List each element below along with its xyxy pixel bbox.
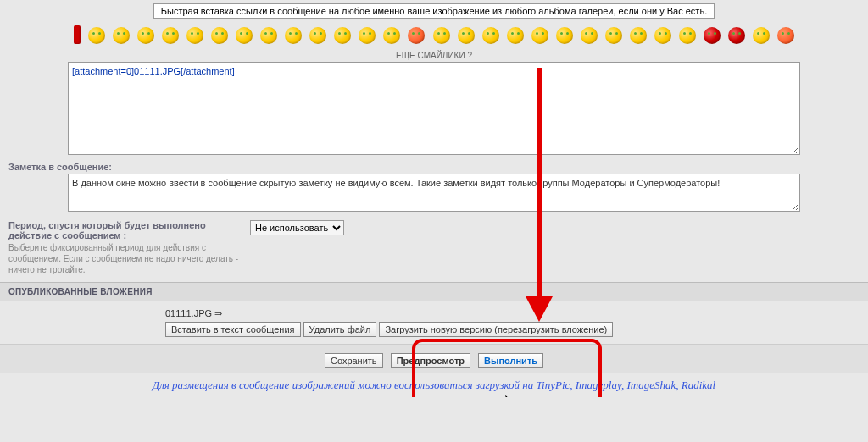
emoji-icon[interactable]	[162, 27, 179, 44]
emoji-icon[interactable]	[383, 27, 400, 44]
emoji-icon[interactable]	[88, 27, 105, 44]
message-textarea[interactable]	[68, 62, 800, 155]
emoji-icon[interactable]	[186, 27, 203, 44]
emoji-icon[interactable]	[458, 27, 475, 44]
emoji-icon[interactable]	[507, 27, 524, 44]
emoji-sign-icon[interactable]	[74, 25, 81, 44]
note-textarea[interactable]	[68, 174, 800, 212]
reload-attachment-button[interactable]: Загрузить новую версию (перезагрузить вл…	[379, 322, 613, 337]
execute-button[interactable]: Выполнить	[478, 353, 543, 368]
emoji-icon[interactable]	[704, 27, 721, 44]
delete-attachment-button[interactable]: Удалить файл	[303, 322, 377, 337]
emoji-icon[interactable]	[531, 27, 548, 44]
emoji-icon[interactable]	[728, 27, 745, 44]
more-smileys-link[interactable]: ЕЩЕ СМАЙЛИКИ ?	[0, 49, 868, 62]
emoji-icon[interactable]	[137, 27, 154, 44]
emoji-icon[interactable]	[285, 27, 302, 44]
emoji-icon[interactable]	[260, 27, 277, 44]
emoji-icon[interactable]	[211, 27, 228, 44]
note-label: Заметка в сообщение:	[0, 157, 868, 174]
emoji-icon[interactable]	[482, 27, 499, 44]
emoji-icon[interactable]	[556, 27, 573, 44]
attachment-filename: 01111.JPG ⇒	[165, 308, 868, 319]
emoji-icon[interactable]	[359, 27, 376, 44]
period-description: Выберите фиксированный период для действ…	[8, 242, 242, 275]
emoji-icon[interactable]	[630, 27, 647, 44]
emoji-icon[interactable]	[236, 27, 253, 44]
emoji-icon[interactable]	[679, 27, 696, 44]
period-select[interactable]: Не использовать	[250, 220, 344, 235]
emoji-icon[interactable]	[581, 27, 598, 44]
quick-insert-link[interactable]: Быстрая вставка ссылки в сообщение на лю…	[153, 3, 715, 19]
emoji-icon[interactable]	[753, 27, 770, 44]
insert-attachment-button[interactable]: Вставить в текст сообщения	[165, 322, 301, 337]
emoji-picker	[0, 22, 868, 49]
emoji-icon[interactable]	[334, 27, 351, 44]
emoji-icon[interactable]	[433, 27, 450, 44]
period-title: Период, спустя который будет выполнено д…	[8, 220, 242, 240]
footer-hosting-note: Для размещения в сообщение изображений м…	[0, 373, 868, 397]
save-button[interactable]: Сохранить	[325, 353, 383, 368]
emoji-icon[interactable]	[408, 27, 425, 44]
attachments-header: ОПУБЛИКОВАННЫЕ ВЛОЖЕНИЯ	[0, 282, 868, 301]
emoji-icon[interactable]	[113, 27, 130, 44]
preview-button[interactable]: Предпросмотр	[391, 353, 470, 368]
emoji-icon[interactable]	[654, 27, 671, 44]
emoji-icon[interactable]	[777, 27, 794, 44]
emoji-icon[interactable]	[309, 27, 326, 44]
emoji-icon[interactable]	[605, 27, 622, 44]
